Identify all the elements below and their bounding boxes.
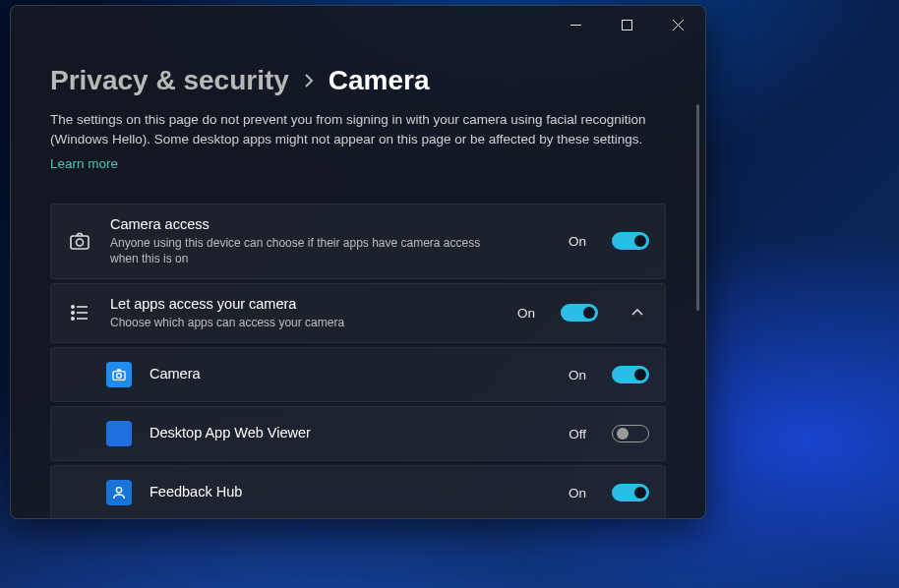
app-icon-desktop-web-viewer bbox=[106, 421, 132, 446]
app-icon-camera bbox=[106, 362, 132, 387]
let-apps-text: Let apps access your camera Choose which… bbox=[110, 296, 500, 330]
toggle-state-label: On bbox=[569, 368, 586, 382]
app-toggle-desktop-web-viewer[interactable] bbox=[612, 425, 649, 442]
content-area: Privacy & security Camera The settings o… bbox=[11, 43, 705, 518]
breadcrumb-parent[interactable]: Privacy & security bbox=[50, 65, 289, 96]
title-bar bbox=[11, 6, 705, 43]
app-row-feedback-hub[interactable]: Feedback Hub On bbox=[50, 465, 666, 518]
toggle-state-label: On bbox=[569, 486, 586, 500]
toggle-state-label: On bbox=[517, 306, 535, 321]
app-icon-feedback-hub bbox=[106, 480, 132, 505]
svg-point-11 bbox=[72, 318, 74, 320]
breadcrumb: Privacy & security Camera bbox=[50, 65, 666, 96]
page-description: The settings on this page do not prevent… bbox=[50, 110, 666, 150]
camera-icon bbox=[67, 228, 92, 254]
svg-point-10 bbox=[72, 312, 74, 314]
svg-point-5 bbox=[77, 239, 84, 246]
svg-point-14 bbox=[116, 488, 121, 493]
minimize-button[interactable] bbox=[554, 10, 597, 39]
svg-rect-1 bbox=[622, 20, 631, 29]
app-label: Feedback Hub bbox=[150, 484, 551, 500]
svg-point-9 bbox=[72, 306, 74, 308]
toggle-state-label: On bbox=[569, 234, 586, 249]
svg-rect-12 bbox=[113, 372, 125, 381]
app-label: Camera bbox=[150, 366, 551, 382]
app-row-camera[interactable]: Camera On bbox=[50, 347, 666, 402]
close-button[interactable] bbox=[656, 10, 699, 39]
svg-rect-4 bbox=[71, 236, 89, 249]
app-toggle-feedback-hub[interactable] bbox=[612, 484, 649, 501]
learn-more-link[interactable]: Learn more bbox=[50, 156, 118, 171]
setting-subtitle: Anyone using this device can choose if t… bbox=[110, 235, 504, 266]
app-name: Desktop App Web Viewer bbox=[150, 425, 551, 443]
settings-list: Camera access Anyone using this device c… bbox=[50, 204, 666, 519]
settings-window: Privacy & security Camera The settings o… bbox=[10, 5, 706, 519]
camera-access-text: Camera access Anyone using this device c… bbox=[110, 216, 551, 266]
app-label: Desktop App Web Viewer bbox=[150, 425, 551, 441]
svg-point-13 bbox=[117, 374, 122, 379]
scrollbar[interactable] bbox=[696, 104, 699, 311]
setting-subtitle: Choose which apps can access your camera bbox=[110, 315, 500, 330]
chevron-up-icon[interactable] bbox=[626, 306, 649, 320]
maximize-button[interactable] bbox=[605, 10, 648, 39]
camera-access-row[interactable]: Camera access Anyone using this device c… bbox=[50, 204, 666, 279]
setting-title: Camera access bbox=[110, 216, 551, 232]
page-title: Camera bbox=[329, 65, 430, 96]
app-row-desktop-web-viewer[interactable]: Desktop App Web Viewer Off bbox=[50, 406, 666, 461]
list-icon bbox=[67, 300, 92, 325]
let-apps-toggle[interactable] bbox=[561, 304, 598, 322]
app-name: Feedback Hub bbox=[150, 484, 551, 502]
camera-access-toggle[interactable] bbox=[612, 232, 649, 250]
let-apps-row[interactable]: Let apps access your camera Choose which… bbox=[50, 283, 666, 343]
setting-title: Let apps access your camera bbox=[110, 296, 500, 312]
app-name: Camera bbox=[150, 366, 551, 384]
app-toggle-camera[interactable] bbox=[612, 366, 649, 383]
toggle-state-label: Off bbox=[569, 427, 586, 441]
chevron-right-icon bbox=[303, 74, 315, 88]
